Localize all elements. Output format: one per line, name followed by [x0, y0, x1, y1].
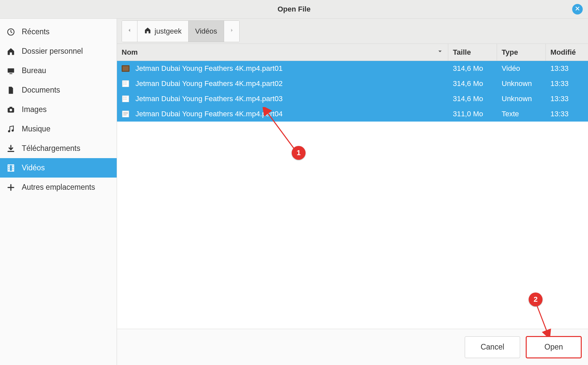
file-modified: 13:33 — [546, 95, 588, 103]
button-label: Cancel — [481, 343, 504, 351]
sidebar-item-label: Bureau — [22, 66, 46, 75]
file-modified: 13:33 — [546, 110, 588, 118]
sidebar-item-label: Vidéos — [22, 163, 45, 172]
svg-rect-22 — [125, 98, 127, 100]
unknown-file-icon — [122, 80, 130, 87]
svg-rect-12 — [123, 66, 129, 71]
svg-rect-16 — [123, 83, 125, 85]
svg-rect-14 — [123, 81, 125, 83]
breadcrumb-segment-videos[interactable]: Vidéos — [189, 21, 224, 42]
home-icon — [7, 47, 15, 56]
button-label: Open — [544, 343, 563, 351]
sidebar-item-label: Récents — [22, 27, 49, 36]
file-row[interactable]: Jetman Dubai Young Feathers 4K.mp4.part0… — [117, 61, 588, 76]
open-button[interactable]: Open — [526, 336, 581, 358]
dialog-footer: Cancel Open — [117, 329, 588, 365]
breadcrumb-forward-button[interactable] — [224, 21, 239, 42]
column-label: Taille — [453, 48, 471, 57]
svg-point-7 — [12, 129, 14, 132]
svg-rect-20 — [125, 97, 127, 98]
sidebar-item-label: Téléchargements — [22, 144, 80, 153]
chevron-left-icon — [127, 27, 132, 36]
sidebar-item-label: Dossier personnel — [22, 47, 83, 56]
camera-icon — [7, 105, 15, 114]
svg-rect-21 — [123, 98, 125, 100]
sidebar-item-desktop[interactable]: Bureau — [0, 61, 117, 80]
file-size: 314,6 Mo — [448, 64, 497, 73]
column-label: Nom — [122, 48, 138, 57]
close-button[interactable] — [572, 4, 583, 14]
column-header-size[interactable]: Taille — [448, 44, 497, 61]
column-header-type[interactable]: Type — [497, 44, 546, 61]
film-icon — [7, 164, 15, 172]
svg-point-4 — [10, 109, 12, 111]
breadcrumb: justgeek Vidéos — [122, 20, 240, 42]
svg-rect-1 — [8, 68, 14, 72]
breadcrumb-label: Vidéos — [195, 27, 217, 36]
file-size: 311,0 Mo — [448, 110, 497, 118]
sidebar-item-recents[interactable]: Récents — [0, 22, 117, 42]
svg-rect-5 — [10, 107, 13, 108]
sidebar-item-videos[interactable]: Vidéos — [0, 158, 117, 178]
sidebar-item-images[interactable]: Images — [0, 100, 117, 119]
file-name: Jetman Dubai Young Feathers 4K.mp4.part0… — [135, 64, 282, 73]
file-type: Vidéo — [497, 64, 546, 73]
svg-rect-17 — [125, 83, 127, 85]
titlebar: Open File — [0, 0, 588, 18]
dialog-title: Open File — [278, 5, 310, 14]
file-name: Jetman Dubai Young Feathers 4K.mp4.part0… — [135, 79, 282, 88]
file-name: Jetman Dubai Young Feathers 4K.mp4.part0… — [135, 110, 282, 118]
sidebar-item-label: Musique — [22, 125, 50, 133]
column-header-modified[interactable]: Modifié — [546, 44, 588, 61]
svg-rect-19 — [123, 97, 125, 98]
main-pane: justgeek Vidéos Nom Taille Type M — [117, 19, 588, 365]
annotation-badge-1: 1 — [292, 146, 306, 160]
breadcrumb-label: justgeek — [155, 27, 182, 36]
file-row[interactable]: Jetman Dubai Young Feathers 4K.mp4.part0… — [117, 76, 588, 91]
video-thumb-icon — [122, 65, 130, 72]
file-type: Unknown — [497, 95, 546, 103]
file-list: Jetman Dubai Young Feathers 4K.mp4.part0… — [117, 61, 588, 329]
sidebar-item-documents[interactable]: Documents — [0, 80, 117, 100]
plus-icon — [7, 183, 15, 192]
home-icon — [144, 27, 151, 36]
file-modified: 13:33 — [546, 64, 588, 73]
sidebar-item-home[interactable]: Dossier personnel — [0, 42, 117, 61]
text-file-icon — [122, 111, 130, 117]
column-header-name[interactable]: Nom — [117, 44, 448, 61]
places-sidebar: Récents Dossier personnel Bureau Documen… — [0, 19, 117, 365]
cancel-button[interactable]: Cancel — [465, 336, 520, 358]
breadcrumb-segment-home[interactable]: justgeek — [137, 21, 189, 42]
file-type: Texte — [497, 110, 546, 118]
svg-point-6 — [8, 130, 10, 132]
file-modified: 13:33 — [546, 79, 588, 88]
file-size: 314,6 Mo — [448, 79, 497, 88]
file-row[interactable]: Jetman Dubai Young Feathers 4K.mp4.part0… — [117, 106, 588, 122]
file-type: Unknown — [497, 79, 546, 88]
sidebar-item-label: Images — [22, 105, 46, 114]
sidebar-item-label: Autres emplacements — [22, 183, 95, 192]
unknown-file-icon — [122, 96, 130, 102]
column-label: Modifié — [550, 48, 576, 57]
chevron-right-icon — [229, 27, 234, 36]
document-icon — [7, 86, 15, 95]
sort-desc-icon — [437, 48, 443, 57]
download-icon — [7, 144, 15, 153]
file-size: 314,6 Mo — [448, 95, 497, 103]
sidebar-item-music[interactable]: Musique — [0, 119, 117, 139]
sidebar-item-label: Documents — [22, 86, 60, 95]
open-file-dialog: Open File Récents Dossier personnel Bure… — [0, 0, 588, 365]
file-row[interactable]: Jetman Dubai Young Feathers 4K.mp4.part0… — [117, 91, 588, 106]
breadcrumb-back-button[interactable] — [122, 21, 137, 42]
column-headers: Nom Taille Type Modifié — [117, 44, 588, 61]
dialog-body: Récents Dossier personnel Bureau Documen… — [0, 18, 588, 365]
column-label: Type — [502, 48, 518, 57]
sidebar-item-downloads[interactable]: Téléchargements — [0, 139, 117, 158]
sidebar-item-other-locations[interactable]: Autres emplacements — [0, 178, 117, 197]
file-name: Jetman Dubai Young Feathers 4K.mp4.part0… — [135, 95, 282, 103]
desktop-icon — [7, 67, 15, 75]
svg-rect-2 — [10, 73, 13, 74]
close-icon — [574, 6, 580, 13]
path-bar: justgeek Vidéos — [117, 19, 588, 44]
music-icon — [7, 125, 15, 133]
